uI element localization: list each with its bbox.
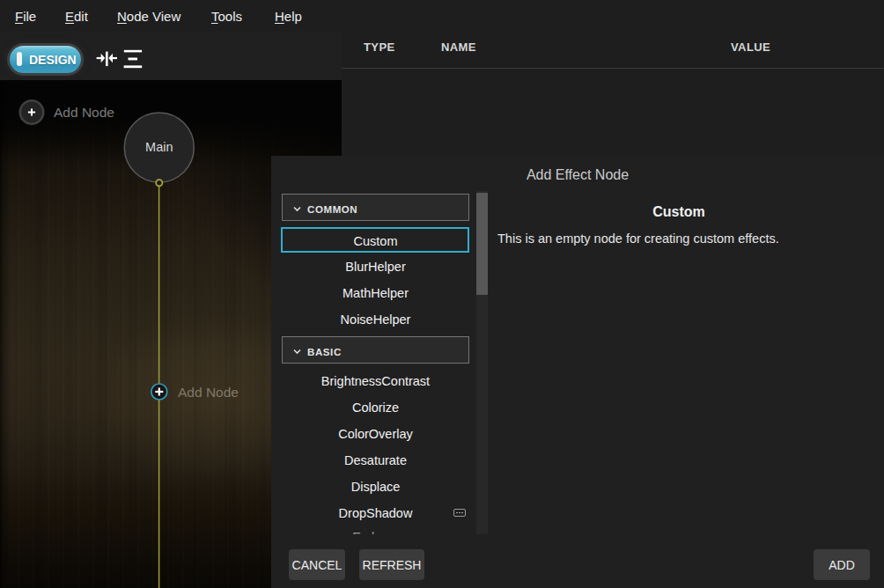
svg-text:Main: Main [145, 140, 173, 154]
svg-text:Add Node: Add Node [178, 385, 239, 400]
svg-text:Add Node: Add Node [54, 105, 114, 120]
